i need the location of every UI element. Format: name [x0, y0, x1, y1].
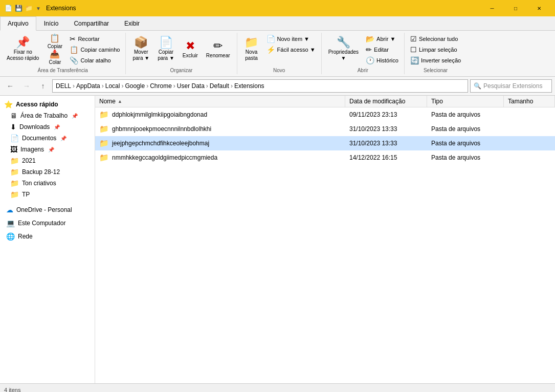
recortar-button[interactable]: ✂ Recortar: [67, 34, 122, 44]
copy-path-icon: 📋: [70, 46, 78, 54]
file-list-header: Nome ▲ Data de modificação Tipo Tamanho: [95, 96, 555, 107]
copiar-caminho-button[interactable]: 📋 Copiar caminho: [67, 45, 122, 55]
table-row[interactable]: 📁 ddphlokjmmilglmkiipgoiaibngdonad 09/11…: [95, 107, 555, 122]
sidebar-item-computer[interactable]: 💻 Este Computador: [0, 217, 95, 229]
copy-icon: 📋: [50, 34, 60, 42]
network-icon: 🌐: [6, 232, 15, 241]
fixar-label: Fixar noAcesso rápido: [7, 49, 39, 61]
clipboard-col: 📋 Copiar 📥 Colar: [43, 33, 66, 65]
table-row[interactable]: 📁 ghbmnnjooekpmoecnnnilnnbdlolhkhi 31/10…: [95, 122, 555, 136]
sidebar-item-2021[interactable]: 📁 2021: [0, 155, 95, 166]
selecionar-items: ☑ Selecionar tudo ☐ Limpar seleção 🔄 Inv…: [408, 33, 463, 66]
sidebar-label-2021: 2021: [22, 157, 36, 164]
col-header-date[interactable]: Data de modificação: [345, 96, 427, 107]
abrir-button[interactable]: 📂 Abrir ▼: [363, 34, 401, 44]
back-button[interactable]: ←: [3, 79, 17, 93]
folder-icon: 📁: [99, 110, 109, 119]
abrir-small-col: 📂 Abrir ▼ ✏ Editar 🕐 Histórico: [363, 33, 401, 66]
col-type-label: Tipo: [431, 98, 443, 105]
sidebar-item-network[interactable]: 🌐 Rede: [0, 231, 95, 242]
propriedades-button[interactable]: 🔧 Propriedades▼: [325, 33, 362, 66]
path-separator: ›: [73, 82, 75, 90]
close-button[interactable]: ✕: [527, 0, 551, 16]
item-count: 4 itens: [4, 387, 20, 393]
search-placeholder: Pesquisar Extensions: [483, 82, 542, 90]
sidebar-label-backup: Backup 28-12: [22, 168, 60, 176]
forward-button[interactable]: →: [19, 79, 34, 93]
pin-icon: 📌: [16, 37, 30, 48]
file-type-cell: Pasta de arquivos: [427, 138, 504, 149]
fixar-button[interactable]: 📌 Fixar noAcesso rápido: [3, 33, 42, 66]
facil-acesso-button[interactable]: ⚡ Fácil acesso ▼: [264, 45, 318, 55]
up-button[interactable]: ↑: [36, 79, 50, 93]
tab-inicio[interactable]: Início: [36, 16, 66, 31]
col-header-type[interactable]: Tipo: [427, 96, 504, 107]
path-segment-extensions: Extensions: [234, 82, 264, 90]
sort-arrow: ▲: [118, 99, 122, 104]
ribbon-tabs: Arquivo Início Compartilhar Exibir: [0, 16, 555, 31]
sidebar-item-onedrive[interactable]: ☁ OneDrive - Personal: [0, 204, 95, 215]
clipboard-small-col: ✂ Recortar 📋 Copiar caminho 📎 Colar atal…: [67, 33, 122, 66]
copiar-para-label: Copiarpara ▼: [158, 49, 174, 61]
address-path[interactable]: DELL › AppData › Local › Google › Chrome…: [52, 79, 468, 93]
excluir-label: Excluir: [183, 53, 198, 58]
path-segment: Default: [210, 82, 229, 90]
limpar-selecao-button[interactable]: ☐ Limpar seleção: [408, 45, 463, 55]
ribbon-group-transferencia: 📌 Fixar noAcesso rápido 📋 Copiar 📥 Colar: [0, 33, 126, 74]
historico-button[interactable]: 🕐 Histórico: [363, 55, 401, 66]
excluir-button[interactable]: ✖ Excluir: [179, 33, 202, 66]
pin-icon: 📌: [48, 147, 54, 153]
renomear-label: Renomear: [206, 53, 230, 58]
ribbon-group-abrir: 🔧 Propriedades▼ 📂 Abrir ▼ ✏ Editar 🕐 His…: [322, 33, 405, 74]
selecionar-tudo-button[interactable]: ☑ Selecionar tudo: [408, 34, 463, 44]
search-box[interactable]: 🔍 Pesquisar Extensions: [470, 79, 552, 93]
colar-atalho-button[interactable]: 📎 Colar atalho: [67, 55, 122, 66]
path-separator: ›: [206, 82, 208, 90]
file-name: jeejphgepchmchdfihkceoleejbohmaj: [112, 140, 209, 147]
inverter-selecao-label: Inverter seleção: [421, 57, 461, 63]
facil-acesso-label: Fácil acesso ▼: [277, 47, 316, 53]
sidebar-label-images: Imagens: [20, 146, 44, 153]
sidebar-item-downloads[interactable]: ⬇ Downloads 📌: [0, 121, 95, 133]
sidebar-item-tp[interactable]: 📁 TP: [0, 189, 95, 200]
file-date-cell: 14/12/2022 16:15: [345, 152, 427, 163]
table-row[interactable]: 📁 nmmhkkegccagoldgiimedpiccmgmieda 14/12…: [95, 150, 555, 165]
sidebar-item-acesso-rapido[interactable]: ⭐ Acesso rápido: [0, 99, 95, 110]
mover-button[interactable]: 📦 Moverpara ▼: [129, 33, 153, 66]
sidebar-label-tp: TP: [22, 191, 30, 198]
nova-pasta-button[interactable]: 📁 Novapasta: [240, 33, 263, 66]
sidebar-item-images[interactable]: 🖼 Imagens 📌: [0, 144, 95, 155]
copiar-button[interactable]: 📋 Copiar: [43, 34, 66, 49]
sidebar-item-ton[interactable]: 📁 Ton criativos: [0, 178, 95, 189]
sidebar: ⭐ Acesso rápido 🖥 Área de Trabalho 📌 ⬇ D…: [0, 96, 95, 383]
copiar-caminho-label: Copiar caminho: [80, 47, 120, 53]
col-name-label: Nome: [99, 98, 116, 105]
sidebar-item-desktop[interactable]: 🖥 Área de Trabalho 📌: [0, 110, 95, 121]
abrir-items: 🔧 Propriedades▼ 📂 Abrir ▼ ✏ Editar 🕐 His…: [325, 33, 401, 66]
table-row[interactable]: 📁 jeejphgepchmchdfihkceoleejbohmaj 31/10…: [95, 136, 555, 150]
file-name-cell: 📁 ddphlokjmmilglmkiipgoiaibngdonad: [95, 108, 345, 121]
col-header-size[interactable]: Tamanho: [504, 96, 555, 107]
copiar-para-button[interactable]: 📄 Copiarpara ▼: [154, 33, 178, 66]
tab-exibir[interactable]: Exibir: [117, 16, 147, 31]
edit-icon: ✏: [366, 46, 372, 54]
sidebar-label-ton: Ton criativos: [22, 180, 56, 187]
path-segment: User Data: [177, 82, 205, 90]
colar-button[interactable]: 📥 Colar: [43, 50, 66, 65]
col-header-name[interactable]: Nome ▲: [95, 96, 345, 107]
tab-arquivo[interactable]: Arquivo: [0, 16, 36, 31]
maximize-button[interactable]: □: [504, 0, 527, 16]
col-size-label: Tamanho: [508, 98, 533, 105]
inverter-selecao-button[interactable]: 🔄 Inverter seleção: [408, 55, 463, 66]
sidebar-item-documents[interactable]: 📄 Documentos 📌: [0, 133, 95, 144]
novo-item-button[interactable]: 📄 Novo item ▼: [264, 34, 318, 44]
easy-access-icon: ⚡: [267, 46, 275, 54]
sidebar-item-backup[interactable]: 📁 Backup 28-12: [0, 166, 95, 178]
file-size-cell: [504, 113, 555, 117]
selecionar-group-label: Selecionar: [424, 67, 448, 74]
minimize-button[interactable]: ─: [480, 0, 504, 16]
path-segment: AppData: [76, 82, 100, 90]
renomear-button[interactable]: ✏ Renomear: [203, 33, 234, 66]
tab-compartilhar[interactable]: Compartilhar: [66, 16, 117, 31]
editar-button[interactable]: ✏ Editar: [363, 45, 401, 55]
